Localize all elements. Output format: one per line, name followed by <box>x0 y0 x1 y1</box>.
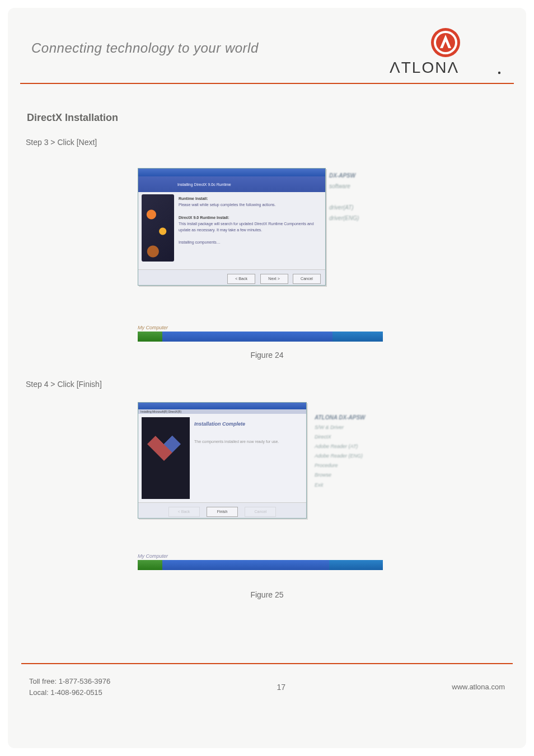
window-titlebar <box>138 403 306 409</box>
footer-contact: Toll free: 1-877-536-3976 Local: 1-408-9… <box>29 676 110 698</box>
brand-wordmark: ΛTLONΛ <box>390 59 502 80</box>
directx-wizard-window: Installing DirectX 9.0c Runtime Runtime … <box>138 168 326 286</box>
menu-item: driver(AT) <box>329 202 385 213</box>
wizard-content: Installation Complete The components ins… <box>194 419 302 446</box>
content-line-3: Installing components… <box>179 239 322 245</box>
menu-item: S/W & Driver <box>315 423 385 432</box>
page-number: 17 <box>277 683 286 692</box>
start-button[interactable] <box>138 332 162 342</box>
menu-item: driver(ENG) <box>329 213 385 223</box>
system-tray <box>332 332 383 342</box>
complete-header: Installation Complete <box>194 419 302 428</box>
figure-24-caption: Figure 24 <box>8 351 526 360</box>
menu-item: Exit <box>315 480 385 490</box>
desktop-icon-label: My Computer <box>138 553 385 559</box>
menu-item: software <box>329 181 385 192</box>
back-button-disabled: < Back <box>168 507 200 517</box>
finish-button[interactable]: Finish <box>207 507 238 517</box>
menu-item: Browse <box>315 470 385 480</box>
step-4-text: Step 4 > Click [Finish] <box>26 380 102 389</box>
content-line-1: Please wait while setup completes the fo… <box>179 202 322 208</box>
atlona-logo-icon <box>430 27 461 58</box>
back-button[interactable]: < Back <box>227 274 255 284</box>
start-button[interactable] <box>138 560 162 570</box>
tollfree-number: 1-877-536-3976 <box>59 677 111 685</box>
wizard-side-graphic <box>142 194 174 262</box>
menu-item: Adobe Reader (ENG) <box>315 451 385 461</box>
menu-item: DirectX <box>315 432 385 442</box>
installer-menu: DX-APSW software driver(AT) driver(ENG) <box>329 170 385 223</box>
local-label: Local: <box>29 688 50 697</box>
installer-menu: ATLONA DX-APSW S/W & Driver DirectX Adob… <box>315 412 385 490</box>
menu-item: Adobe Reader (AT) <box>315 442 385 451</box>
window-titlebar <box>138 169 325 176</box>
svg-text:ΛTLONΛ: ΛTLONΛ <box>390 59 459 76</box>
tollfree-label: Toll free: <box>29 677 59 685</box>
menu-item: ATLONA DX-APSW <box>315 412 385 423</box>
content-header-2: DirectX 9.0 Runtime Install: <box>179 214 322 221</box>
content-header-1: Runtime Install: <box>179 195 322 202</box>
complete-body: The components installed are now ready f… <box>194 438 302 446</box>
figure-25: Installing Microsoft(R) DirectX(R) Insta… <box>138 402 385 570</box>
page-footer: Toll free: 1-877-536-3976 Local: 1-408-9… <box>29 676 505 698</box>
svg-point-4 <box>498 72 500 74</box>
windows-taskbar <box>138 560 383 570</box>
menu-item: Procedure <box>315 461 385 470</box>
section-title: DirectX Installation <box>27 112 118 124</box>
cancel-button-disabled: Cancel <box>245 507 276 517</box>
content-line-2: This install package will search for upd… <box>179 221 322 233</box>
figure-24: Installing DirectX 9.0c Runtime Runtime … <box>138 168 385 342</box>
header-divider <box>20 83 514 84</box>
wizard-button-row: < Back Finish Cancel <box>138 502 306 518</box>
windows-taskbar <box>138 332 383 342</box>
window-subtitle: Installing Microsoft(R) DirectX(R) <box>138 409 306 414</box>
local-number: 1-408-962-0515 <box>50 688 102 697</box>
wizard-content: Runtime Install: Please wait while setup… <box>179 195 322 246</box>
footer-divider <box>21 663 513 664</box>
wizard-button-row: < Back Next > Cancel <box>138 269 325 285</box>
brand-logo: ΛTLONΛ <box>390 27 502 80</box>
desktop-icon-label: My Computer <box>138 325 385 330</box>
menu-title: DX-APSW <box>329 170 385 181</box>
directx-finish-window: Installing Microsoft(R) DirectX(R) Insta… <box>138 402 307 519</box>
wizard-side-graphic <box>142 417 190 499</box>
next-button[interactable]: Next > <box>260 274 288 284</box>
system-tray <box>329 560 383 570</box>
header-tagline: Connecting technology to your world <box>31 40 259 56</box>
wizard-banner: Installing DirectX 9.0c Runtime <box>138 176 325 192</box>
footer-url: www.atlona.com <box>452 683 505 691</box>
cancel-button[interactable]: Cancel <box>293 274 321 284</box>
figure-25-caption: Figure 25 <box>8 590 526 599</box>
step-3-text: Step 3 > Click [Next] <box>26 138 97 147</box>
